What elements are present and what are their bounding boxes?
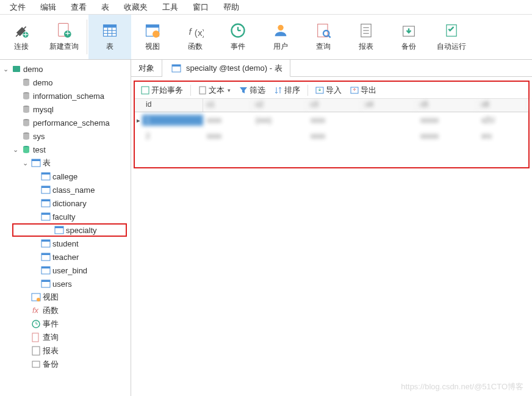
- col-4[interactable]: c4: [362, 99, 417, 112]
- import-button[interactable]: 导入: [312, 84, 345, 97]
- tool-table[interactable]: 表: [88, 15, 131, 59]
- col-1[interactable]: c1: [203, 99, 252, 112]
- functions-folder[interactable]: fx函数: [0, 304, 131, 317]
- table-callege[interactable]: callege: [0, 170, 131, 183]
- expand-icon[interactable]: ⌄: [1, 65, 10, 73]
- export-button[interactable]: 导出: [347, 84, 380, 97]
- svg-rect-62: [32, 333, 38, 342]
- db-mysql[interactable]: mysql: [0, 103, 131, 116]
- queries-folder[interactable]: 查询: [0, 331, 131, 344]
- svg-rect-67: [142, 87, 149, 94]
- funnel-icon: [239, 86, 248, 95]
- svg-rect-68: [200, 87, 206, 94]
- table-users[interactable]: users: [0, 277, 131, 290]
- menu-edit[interactable]: 编辑: [33, 1, 63, 14]
- database-icon: [21, 131, 31, 141]
- db-demo[interactable]: demo: [0, 76, 131, 89]
- db-sys[interactable]: sys: [0, 129, 131, 143]
- table-specialty[interactable]: specialty: [12, 223, 127, 237]
- table-row[interactable]: 2 xxxx xxxx xxxxx xro: [135, 128, 528, 144]
- menu-help[interactable]: 帮助: [216, 1, 246, 14]
- database-icon: [21, 118, 31, 128]
- tool-user[interactable]: 用户: [259, 15, 302, 59]
- svg-rect-12: [146, 25, 159, 28]
- backups-folder[interactable]: 备份: [0, 358, 131, 371]
- table-row[interactable]: ▸ 1 xxxx (xxx) xxxx xxxxx xZU: [135, 112, 528, 128]
- svg-rect-43: [41, 200, 50, 201]
- svg-rect-41: [41, 186, 50, 188]
- table-class-name[interactable]: class_name: [0, 183, 131, 196]
- menu-window[interactable]: 窗口: [185, 1, 216, 14]
- text-button[interactable]: 文本▾: [195, 84, 234, 97]
- svg-rect-47: [55, 226, 63, 228]
- svg-point-13: [153, 31, 160, 38]
- table-icon: [171, 63, 181, 73]
- svg-rect-37: [32, 159, 40, 161]
- autorun-icon: [443, 22, 460, 39]
- db-info-schema[interactable]: information_schema: [0, 89, 131, 103]
- db-perf-schema[interactable]: performance_schema: [0, 116, 131, 129]
- view-icon: [31, 292, 41, 302]
- tool-query[interactable]: 查询: [302, 15, 345, 59]
- col-id[interactable]: id: [142, 99, 203, 112]
- plug-icon: +: [13, 22, 30, 39]
- svg-rect-53: [41, 267, 50, 268]
- svg-rect-49: [41, 240, 50, 242]
- tool-new-query[interactable]: + 新建查询: [43, 15, 85, 59]
- tool-report[interactable]: 报表: [345, 15, 387, 59]
- connection-icon: [12, 64, 21, 74]
- svg-text:fx: fx: [32, 306, 39, 315]
- sub-toolbar: 开始事务 文本▾ 筛选 排序 导入 导出: [135, 82, 528, 99]
- tool-backup[interactable]: 备份: [387, 15, 430, 59]
- tab-objects[interactable]: 对象: [131, 60, 162, 76]
- tool-event[interactable]: 事件: [217, 15, 259, 59]
- events-folder[interactable]: 事件: [0, 317, 131, 331]
- tool-function[interactable]: f(x) 函数: [174, 15, 217, 59]
- menu-file[interactable]: 文件: [2, 1, 33, 14]
- reports-folder[interactable]: 报表: [0, 344, 131, 358]
- menu-tools[interactable]: 工具: [155, 1, 185, 14]
- svg-rect-63: [32, 347, 40, 355]
- new-query-icon: +: [56, 22, 73, 39]
- table-dictionary[interactable]: dictionary: [0, 196, 131, 210]
- database-icon: [21, 91, 31, 101]
- col-6[interactable]: c6: [478, 99, 528, 112]
- col-3[interactable]: c3: [307, 99, 362, 112]
- svg-rect-55: [41, 280, 50, 282]
- col-5[interactable]: c5: [417, 99, 478, 112]
- menu-fav[interactable]: 收藏夹: [117, 1, 155, 14]
- svg-rect-29: [13, 66, 20, 72]
- tool-autorun[interactable]: 自动运行: [430, 15, 473, 59]
- svg-rect-6: [104, 25, 117, 28]
- begin-tx-button[interactable]: 开始事务: [137, 84, 187, 97]
- table-student[interactable]: student: [0, 237, 131, 250]
- tab-specialty[interactable]: specialty @test (demo) - 表: [162, 60, 290, 77]
- user-icon: [272, 22, 289, 39]
- db-test[interactable]: ⌄test: [0, 143, 131, 156]
- text-icon: [198, 86, 207, 95]
- svg-text:+: +: [23, 29, 29, 39]
- row-marker: ▸: [135, 117, 142, 124]
- database-icon: [21, 104, 31, 114]
- database-icon: [21, 145, 31, 154]
- conn-demo[interactable]: ⌄ demo: [0, 62, 131, 76]
- tool-connection[interactable]: + 连接: [0, 15, 43, 59]
- views-folder[interactable]: 视图: [0, 290, 131, 304]
- table-icon: [41, 171, 51, 181]
- view-icon: [144, 22, 161, 39]
- clock-icon: [229, 22, 246, 39]
- sort-button[interactable]: 排序: [270, 84, 304, 97]
- col-2[interactable]: c2: [252, 99, 307, 112]
- tables-folder[interactable]: ⌄表: [0, 156, 131, 170]
- expand-icon[interactable]: ⌄: [11, 146, 20, 154]
- toolbar: + 连接 + 新建查询 表 视图 f(x) 函数 事件 用户 查询 报表 备份 …: [0, 15, 532, 60]
- expand-icon[interactable]: ⌄: [21, 159, 29, 167]
- table-teacher[interactable]: teacher: [0, 250, 131, 264]
- menu-table[interactable]: 表: [94, 1, 117, 14]
- table-faculty[interactable]: faculty: [0, 210, 131, 223]
- menu-view[interactable]: 查看: [63, 1, 94, 14]
- filter-button[interactable]: 筛选: [235, 84, 269, 97]
- table-icon: [101, 22, 118, 39]
- tool-view[interactable]: 视图: [131, 15, 174, 59]
- table-user-bind[interactable]: user_bind: [0, 264, 131, 277]
